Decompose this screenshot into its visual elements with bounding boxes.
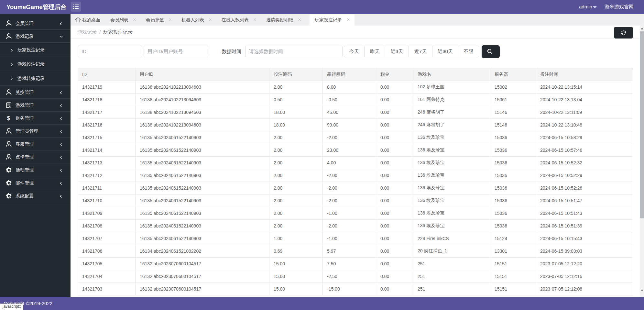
svg-text:$: $ — [7, 115, 10, 121]
